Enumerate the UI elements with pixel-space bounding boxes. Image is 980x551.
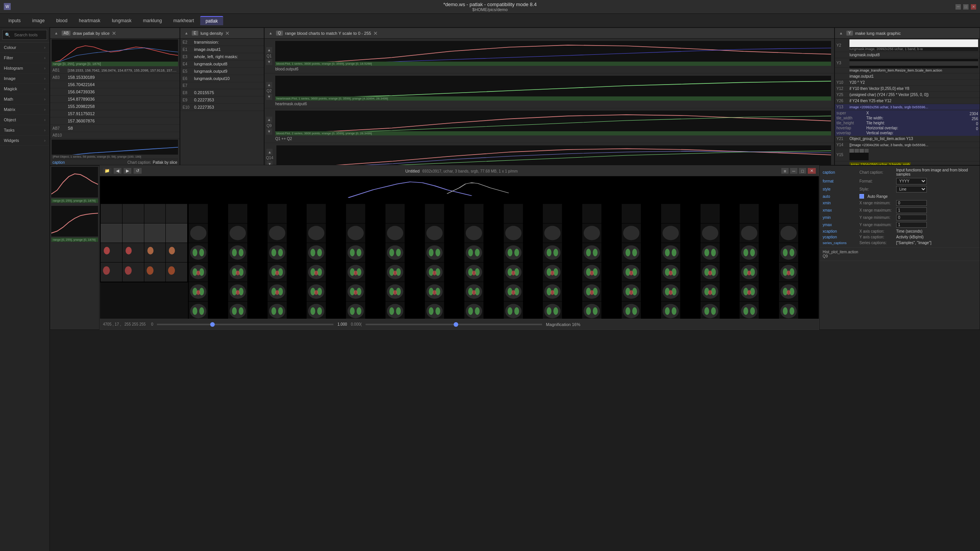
viewer-nav-next[interactable]: ▶ <box>124 168 131 174</box>
ab-row-val2[interactable]: 156.70422164 <box>50 81 180 88</box>
y-row-y21[interactable]: Y21 Object_group_to_list_item.action Y13 <box>835 136 980 142</box>
sidebar-item-filter[interactable]: Filter › <box>0 53 49 63</box>
auto-range-check[interactable] <box>859 194 864 199</box>
scan-thumb <box>101 204 122 223</box>
viewer-menu-button[interactable]: ≡ <box>781 168 788 174</box>
e-close-button[interactable]: ✕ <box>225 30 230 36</box>
tab-blood[interactable]: blood <box>51 16 73 25</box>
sidebar-item-magick[interactable]: Magick › <box>0 84 49 94</box>
ab-row-7[interactable]: AB7 S8 <box>50 125 180 132</box>
e-row-6[interactable]: E6 lungmask.output10 <box>180 75 264 82</box>
e-row-8[interactable]: E8 0.2015575 <box>180 89 264 96</box>
y-row-y25[interactable]: Y25 (unsigned char) (Y24 / 255 * Vector … <box>835 92 980 98</box>
y-row-y13[interactable]: Y13 image <20992x256 uchar, 3 bands, srg… <box>835 104 980 110</box>
viewer-minimize-button[interactable]: ─ <box>790 168 798 174</box>
scan-thumb-colored <box>101 262 122 282</box>
y-row-resize[interactable]: image.image_transform_item.Resize_item.S… <box>835 68 980 73</box>
y-row-3[interactable]: Y3 <box>835 58 980 68</box>
q9-up[interactable]: ▲ <box>266 117 272 123</box>
y-row-array[interactable]: Array, 2304x2560 uchar, 3 bands, srgb <box>835 161 980 165</box>
e-row-10[interactable]: E10 0.2227353 <box>180 104 264 111</box>
style-dropdown[interactable]: Line <box>896 186 927 192</box>
sidebar-item-histogram[interactable]: Histogram › <box>0 63 49 73</box>
maximize-button[interactable]: □ <box>963 4 969 10</box>
ab-row-val5[interactable]: 155.20982258 <box>50 103 180 110</box>
q1-down[interactable]: ▼ <box>266 59 272 65</box>
search-input[interactable] <box>12 31 44 38</box>
title-bar-icon: W <box>4 3 11 11</box>
tab-lungmask[interactable]: lungmask <box>106 16 137 25</box>
svg-point-302 <box>232 307 237 315</box>
q2-up[interactable]: ▲ <box>266 82 272 88</box>
ab-row-val7[interactable]: 157.36007876 <box>50 117 180 125</box>
e-scroll-up[interactable]: ▲ <box>183 30 189 36</box>
y-row-y10[interactable]: Y10 Y20 ^ Y2 <box>835 80 980 86</box>
e-row-5[interactable]: E5 lungmask.output9 <box>180 68 264 75</box>
ab-row-3[interactable]: AB3 158.15330189 <box>50 74 180 81</box>
q-item-14[interactable]: ▲ Q14 ▼ <box>265 143 834 165</box>
q-item-2[interactable]: ▲ Q2 ▼ heartmask.Plot, <box>265 73 834 108</box>
sidebar-item-math[interactable]: Math › <box>0 94 49 104</box>
q-item-9[interactable]: ▲ Q9 ▼ <box>265 108 834 143</box>
ab-scroll-up[interactable]: ▲ <box>53 30 59 36</box>
sidebar-item-object[interactable]: Object › <box>0 115 49 125</box>
e-row-9[interactable]: E9 0.2227353 <box>180 96 264 104</box>
viewer-slider-2[interactable] <box>366 324 542 325</box>
minimize-button[interactable]: ─ <box>956 4 961 10</box>
y-row-y26[interactable]: Y26 if Y24 then Y25 else Y12 <box>835 98 980 104</box>
ab-row-val3[interactable]: 156.04739336 <box>50 88 180 96</box>
q-close-button[interactable]: ✕ <box>373 30 378 36</box>
q2-down[interactable]: ▼ <box>266 94 272 100</box>
viewer-close-button[interactable]: ✕ <box>808 168 816 174</box>
ab-row-val6[interactable]: 157.91175012 <box>50 110 180 117</box>
tab-heartmask[interactable]: heartmask <box>74 16 106 25</box>
y-row-output1[interactable]: image.output1 <box>835 73 980 80</box>
scan-thumb <box>346 302 365 319</box>
tab-inputs[interactable]: inputs <box>3 16 26 25</box>
viewer-maximize-button[interactable]: □ <box>799 168 806 174</box>
y-row-y12[interactable]: Y12 if Y10 then Vector [0,255,0] else Y8 <box>835 86 980 92</box>
y-scroll-up[interactable]: ▲ <box>838 30 844 36</box>
ymax-input[interactable] <box>896 222 927 228</box>
ab-row-10[interactable]: AB10 <box>50 132 180 139</box>
tab-markheart[interactable]: markheart <box>168 16 199 25</box>
q-item-1[interactable]: ▲ Q1 ▼ <box>265 39 834 73</box>
q9-down[interactable]: ▼ <box>266 129 272 135</box>
ymin-input[interactable] <box>896 215 927 220</box>
q14-down[interactable]: ▼ <box>266 161 273 165</box>
svg-point-185 <box>550 271 554 276</box>
sidebar-item-colour[interactable]: Colour › <box>0 42 49 53</box>
e-row-3[interactable]: E3 whole, left, right masks: <box>180 53 264 60</box>
viewer-refresh[interactable]: ↺ <box>134 168 142 174</box>
y-row-output8[interactable]: lungmask.output8 <box>835 52 980 58</box>
ab-close-button[interactable]: ✕ <box>112 30 116 36</box>
viewer-folder-button[interactable]: 📁 <box>103 168 111 174</box>
tab-image[interactable]: image <box>27 16 50 25</box>
tab-patlak[interactable]: patlak <box>200 16 223 25</box>
q1-up[interactable]: ▲ <box>266 47 272 53</box>
q14-up[interactable]: ▲ <box>266 149 273 155</box>
sidebar-item-image[interactable]: Image › <box>0 73 49 84</box>
xmax-input[interactable] <box>896 207 927 213</box>
y-row-2[interactable]: Y2 lungmask.image, 20992x256 uchar, 1 ba… <box>835 39 980 52</box>
sidebar-item-matrix[interactable]: Matrix › <box>0 104 49 115</box>
close-button[interactable]: ✕ <box>971 4 976 10</box>
viewer-nav-prev[interactable]: ◀ <box>114 168 121 174</box>
e-row-1[interactable]: E1 image.output1 <box>180 46 264 53</box>
y-row-y14[interactable]: Y14 [[Image <2304x256 uchar, 3 bands, sr… <box>835 142 980 148</box>
e-row-4[interactable]: E4 lungmask.output8 <box>180 60 264 68</box>
magnification-text: Magnification 16% <box>546 322 580 327</box>
ab-row-1[interactable]: AB1 [158.1533, 156.7042, 156.0474, 154.8… <box>50 67 180 74</box>
e-row-7[interactable]: E7 <box>180 82 264 89</box>
viewer-slider-1[interactable] <box>157 324 333 325</box>
tab-marklung[interactable]: marklung <box>137 16 167 25</box>
ab-row-val4[interactable]: 154.87789036 <box>50 96 180 103</box>
q-scroll-up[interactable]: ▲ <box>268 30 274 36</box>
xmin-input[interactable] <box>896 200 927 206</box>
e-row-2[interactable]: E2 transmission: <box>180 39 264 46</box>
ab-rows-container[interactable]: AB1 [158.1533, 156.7042, 156.0474, 154.8… <box>50 67 180 165</box>
sidebar-item-widgets[interactable]: Widgets › <box>0 135 49 146</box>
format-dropdown[interactable]: YYYY <box>896 178 927 184</box>
sidebar-item-tasks[interactable]: Tasks › <box>0 125 49 135</box>
y-row-y15[interactable]: Y15 <box>835 148 980 161</box>
